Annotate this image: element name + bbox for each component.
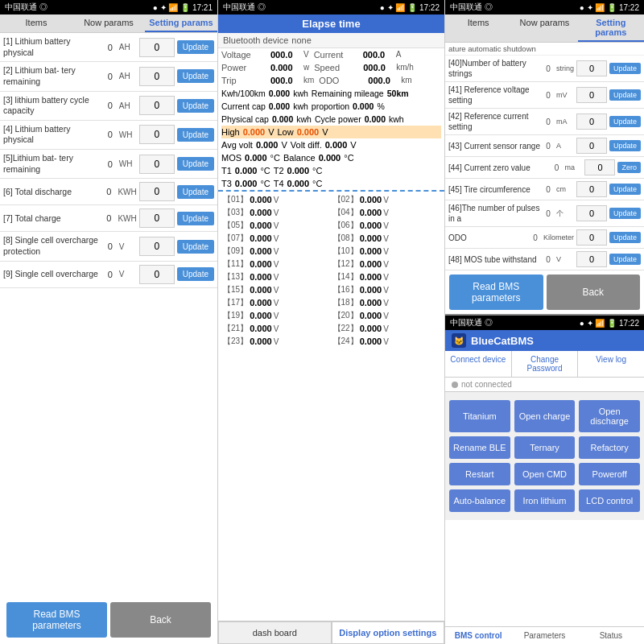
cell-section: 【01】 0.000 V 【02】 0.000 V 【03】 0.000 V 【… [218,190,444,349]
batt-type-btn[interactable]: Rename BLE [449,436,510,459]
tab-now-params-3[interactable]: Now params [511,14,577,42]
sp-action-btn[interactable]: Zero [617,162,641,173]
list-val: 0 [104,159,117,169]
sp-input[interactable] [576,205,607,221]
batt-type-btn[interactable]: Iron lithium [514,489,576,512]
cell-num: 【05】 [223,220,248,231]
cell-val: 0.000 [360,311,382,320]
kwh100-label: Kwh/100km [221,89,266,98]
sp-action-btn[interactable]: Update [609,140,641,151]
batt-type-btn[interactable]: Ternary [514,436,576,459]
kwh100-val: 0.000 [269,89,290,98]
list-input[interactable] [139,67,175,86]
batt-type-btn[interactable]: Titanium [449,400,510,432]
update-btn[interactable]: Update [177,240,214,254]
cell-row: 【17】 0.000 V [221,296,332,309]
sp-action-btn[interactable]: Update [609,116,641,127]
batt-type-btn[interactable]: Poweroff [579,463,640,485]
update-btn[interactable]: Update [177,99,214,113]
sp-input[interactable] [576,138,607,154]
read-bms-btn-1[interactable]: Read BMS parameters [6,602,107,638]
tab-items-3[interactable]: Items [445,14,511,42]
main-data: Voltage 000.0 V Current 000.0 A Power 0.… [218,48,444,190]
batt-type-btn[interactable]: LCD control [579,489,640,512]
update-btn[interactable]: Update [177,128,214,142]
back-btn-3[interactable]: Back [547,275,641,310]
cell-row: 【01】 0.000 V [221,193,332,206]
sp-input[interactable] [576,87,607,103]
sp-input[interactable] [576,251,607,267]
sp-action-btn[interactable]: Update [609,63,641,74]
sp-label: [48] MOS tube withstand [448,254,540,265]
update-btn[interactable]: Update [177,267,214,281]
sp-input[interactable] [576,114,607,130]
batt-type-btn[interactable]: Auto-balance [449,489,510,512]
sp-action-btn[interactable]: Update [609,254,641,265]
list-val: 0 [102,213,115,223]
odo-unit: km [401,76,411,85]
sp-action-btn[interactable]: Update [609,208,641,219]
sp-action-btn[interactable]: Update [609,184,641,195]
cell-num: 【03】 [223,207,248,218]
voltdiff-unit: V [350,140,356,150]
read-bms-btn-3[interactable]: Read BMS parameters [449,275,543,310]
cell-num: 【06】 [333,220,358,231]
tab-now-params-1[interactable]: Now params [72,14,145,32]
sp-input[interactable] [576,181,607,197]
nav-parameters[interactable]: Parameters [511,627,577,644]
list-unit: WH [119,159,137,168]
list-label: [6] Total discharge [3,187,100,198]
list-input[interactable] [139,96,175,115]
batt-type-btn[interactable]: Refactory [579,436,640,459]
update-btn[interactable]: Update [177,157,214,171]
t1-val: 0.000 [235,166,258,175]
update-btn[interactable]: Update [177,69,214,83]
update-btn[interactable]: Update [177,212,214,225]
list-label: [5]Lithium bat- tery remaining [3,153,101,175]
back-btn-1[interactable]: Back [110,602,211,638]
sp-action-btn[interactable]: Update [609,232,641,243]
tab-items-1[interactable]: Items [0,14,72,32]
batt-type-btn[interactable]: Open charge [514,400,576,432]
update-btn[interactable]: Update [177,40,214,54]
list-item: [8] Single cell overcharge protection 0 … [0,232,217,261]
update-btn[interactable]: Update [177,185,214,199]
sp-val: 0 [543,118,554,126]
list-input[interactable] [139,155,175,174]
connect-device-btn[interactable]: Connect device [445,351,512,377]
tab-setting-params-3[interactable]: Setting params [578,14,644,42]
list-input[interactable] [139,182,175,201]
batt-type-btn[interactable]: Open discharge [579,400,640,432]
list-input[interactable] [139,237,175,256]
avgvolt-label: Avg volt [221,140,253,150]
list-input[interactable] [139,38,175,57]
curcap-unit: kwh [293,101,308,111]
sp-input[interactable] [576,229,607,246]
cell-unit: V [383,221,389,230]
list-input[interactable] [139,208,175,228]
current-unit: A [396,50,402,60]
sp-item: [48] MOS tube withstand 0 V Update [445,249,644,270]
list-unit: AH [119,101,137,110]
list-input[interactable] [139,125,175,144]
tab-setting-params-1[interactable]: Setting params [145,14,217,32]
sp-input[interactable] [576,60,607,76]
sp-action-btn[interactable]: Update [609,89,641,101]
cell-row: 【13】 0.000 V [221,270,332,283]
panel-elapse: 中国联通 ◎ ● ✦ 📶 🔋 17:22 Elapse time Bluetoo… [217,0,445,644]
nav-bms-control[interactable]: BMS control [445,627,511,644]
bottom-nav: BMS control Parameters Status [445,626,644,644]
list-unit: V [119,270,137,279]
list-input[interactable] [139,265,175,284]
batt-type-btn[interactable]: Restart [449,463,510,485]
sp-input[interactable] [584,159,615,175]
cell-row: 【19】 0.000 V [221,309,332,322]
mos-unit: °C [270,153,280,163]
sp-val: 0 [543,209,554,218]
nav-status[interactable]: Status [578,627,644,644]
tab-dashboard[interactable]: dash board [218,621,332,644]
change-password-btn[interactable]: Change Password [512,351,579,377]
tab-display-options[interactable]: Display option settings [332,621,445,644]
view-log-btn[interactable]: View log [578,351,644,377]
batt-type-btn[interactable]: Open CMD [514,463,576,485]
